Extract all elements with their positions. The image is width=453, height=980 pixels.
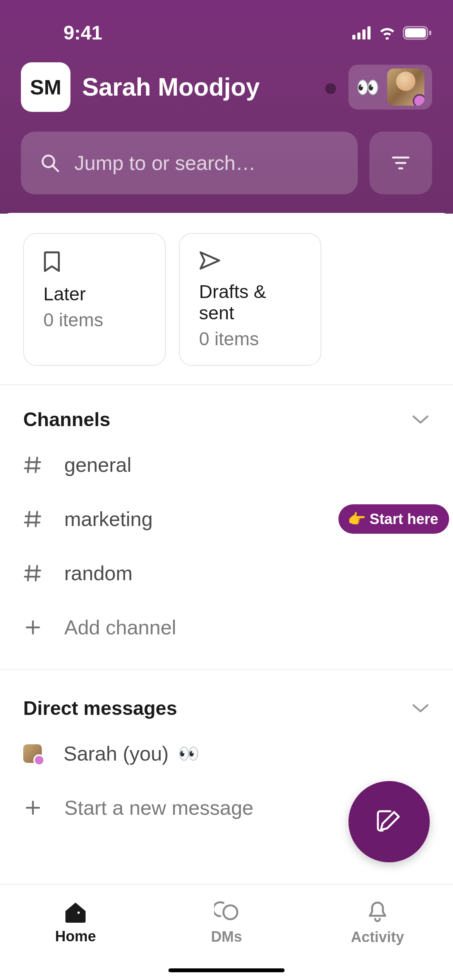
chevron-down-icon — [411, 414, 430, 425]
send-icon — [199, 251, 301, 270]
add-channel-button[interactable]: Add channel — [23, 600, 430, 654]
svg-line-20 — [28, 566, 29, 581]
avatar[interactable] — [387, 69, 424, 106]
tab-dms[interactable]: DMs — [151, 885, 302, 961]
channel-item-general[interactable]: general — [23, 438, 430, 492]
channels-title: Channels — [23, 408, 110, 431]
tab-activity[interactable]: Activity — [302, 885, 453, 961]
hash-icon — [23, 456, 43, 474]
bookmark-icon — [43, 251, 146, 272]
drafts-label: Drafts & sent — [199, 281, 301, 324]
dms-section-header[interactable]: Direct messages — [23, 690, 430, 726]
workspace-name[interactable]: Sarah Moodjoy — [82, 73, 337, 101]
svg-rect-0 — [352, 35, 355, 39]
chevron-down-icon — [411, 703, 430, 714]
later-card[interactable]: Later 0 items — [23, 233, 166, 366]
tab-dms-label: DMs — [211, 929, 242, 945]
compose-icon — [376, 808, 403, 835]
dms-icon — [214, 901, 239, 923]
dms-title: Direct messages — [23, 697, 177, 720]
plus-icon — [23, 619, 43, 636]
channel-name: general — [64, 453, 131, 476]
tab-home[interactable]: Home — [0, 885, 151, 961]
svg-line-17 — [36, 512, 37, 526]
channel-name: marketing — [64, 507, 153, 531]
battery-icon — [403, 26, 432, 40]
hash-icon — [23, 510, 43, 528]
search-placeholder: Jump to or search… — [74, 151, 256, 175]
later-count: 0 items — [43, 309, 146, 331]
dm-status-emoji-icon: 👀 — [178, 744, 199, 764]
svg-line-8 — [53, 166, 58, 171]
status-emoji-icon: 👀 — [356, 76, 379, 98]
svg-line-21 — [36, 566, 37, 581]
channels-section-header[interactable]: Channels — [23, 401, 430, 438]
drafts-sent-card[interactable]: Drafts & sent 0 items — [179, 233, 321, 366]
svg-rect-6 — [429, 31, 431, 35]
add-channel-label: Add channel — [64, 616, 176, 639]
later-label: Later — [43, 283, 146, 305]
start-here-label: Start here — [370, 511, 438, 528]
dm-name: Sarah (you) — [63, 742, 169, 765]
user-status-button[interactable]: 👀 — [348, 65, 432, 110]
home-indicator[interactable] — [168, 968, 285, 972]
start-here-badge[interactable]: 👉 Start here — [338, 504, 449, 534]
search-input[interactable]: Jump to or search… — [21, 132, 358, 194]
channel-item-marketing[interactable]: marketing 👉 Start here — [23, 492, 430, 546]
compose-button[interactable] — [348, 781, 430, 862]
svg-rect-2 — [362, 29, 365, 39]
svg-rect-1 — [357, 33, 360, 39]
svg-point-29 — [223, 905, 237, 919]
filter-button[interactable] — [369, 132, 432, 194]
status-time: 9:41 — [21, 22, 102, 44]
tab-activity-label: Activity — [351, 929, 404, 946]
drafts-count: 0 items — [199, 328, 301, 350]
plus-icon — [23, 799, 43, 816]
presence-indicator — [325, 83, 336, 94]
filter-icon — [391, 155, 410, 171]
dm-avatar — [23, 744, 42, 763]
svg-rect-5 — [405, 28, 426, 38]
svg-point-28 — [77, 911, 80, 914]
channel-name: random — [64, 562, 132, 585]
dm-item-self[interactable]: Sarah (you) 👀 — [23, 726, 430, 781]
status-bar: 9:41 — [21, 0, 432, 54]
svg-line-16 — [28, 512, 29, 526]
home-icon — [64, 901, 87, 923]
svg-line-13 — [36, 457, 37, 472]
search-icon — [40, 153, 60, 173]
tab-bar: Home DMs Activity — [0, 884, 453, 980]
bell-icon — [367, 900, 388, 923]
workspace-switcher[interactable]: SM — [21, 62, 70, 112]
tab-home-label: Home — [55, 928, 96, 945]
svg-line-12 — [28, 457, 29, 472]
hash-icon — [23, 564, 43, 582]
cellular-signal-icon — [352, 26, 372, 39]
start-new-message-label: Start a new message — [64, 796, 253, 819]
wifi-icon — [378, 26, 396, 39]
channel-item-random[interactable]: random — [23, 546, 430, 600]
pointing-hand-icon: 👉 — [348, 511, 366, 528]
svg-rect-3 — [367, 26, 371, 39]
